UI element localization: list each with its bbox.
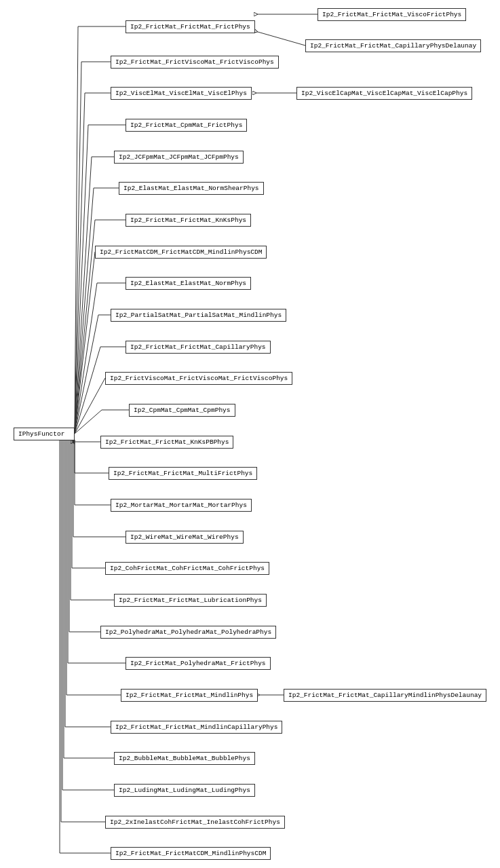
node-n13: Ip2_PartialSatMat_PartialSatMat_MindlinP… — [111, 309, 286, 322]
node-n10: Ip2_FrictMat_FrictMat_KnKsPhys — [126, 214, 251, 227]
node-n26: Ip2_FrictMat_FrictMat_CapillaryMindlinPh… — [284, 689, 486, 702]
connection-lines — [0, 0, 500, 868]
node-n4: Ip2_FrictMat_FrictViscoMat_FrictViscoPhy… — [111, 56, 279, 69]
node-IPhysFunctor: IPhysFunctor — [14, 428, 75, 440]
diagram: IPhysFunctor Ip2_FrictMat_FrictMat_Frict… — [0, 0, 500, 868]
node-n29: Ip2_LudingMat_LudingMat_LudingPhys — [114, 784, 255, 797]
node-n16: Ip2_CpmMat_CpmMat_CpmPhys — [129, 404, 235, 417]
node-n20: Ip2_WireMat_WireMat_WirePhys — [126, 531, 244, 544]
node-n11: Ip2_FrictMatCDM_FrictMatCDM_MindlinPhysC… — [95, 246, 267, 259]
node-n8: Ip2_JCFpmMat_JCFpmMat_JCFpmPhys — [114, 151, 244, 164]
node-n1: Ip2_FrictMat_FrictMat_FrictPhys — [126, 20, 255, 33]
node-n6: Ip2_ViscElCapMat_ViscElCapMat_ViscElCapP… — [296, 87, 472, 100]
node-n27: Ip2_FrictMat_FrictMat_MindlinCapillaryPh… — [111, 721, 282, 734]
node-n21: Ip2_CohFrictMat_CohFrictMat_CohFrictPhys — [105, 562, 269, 575]
node-n31: Ip2_FrictMat_FrictMatCDM_MindlinPhysCDM — [111, 847, 271, 860]
node-n18: Ip2_FrictMat_FrictMat_MultiFrictPhys — [109, 467, 257, 480]
node-n17: Ip2_FrictMat_FrictMat_KnKsPBPhys — [100, 436, 233, 449]
node-n23: Ip2_PolyhedraMat_PolyhedraMat_PolyhedraP… — [100, 626, 276, 639]
node-n25: Ip2_FrictMat_FrictMat_MindlinPhys — [121, 689, 258, 702]
node-n7: Ip2_FrictMat_CpmMat_FrictPhys — [126, 119, 247, 132]
node-n30: Ip2_2xInelastCohFrictMat_InelastCohFrict… — [105, 816, 285, 829]
node-n15: Ip2_FrictViscoMat_FrictViscoMat_FrictVis… — [105, 372, 292, 385]
node-n9: Ip2_ElastMat_ElastMat_NormShearPhys — [119, 182, 264, 195]
node-n3: Ip2_FrictMat_FrictMat_CapillaryPhysDelau… — [305, 39, 481, 52]
node-n5: Ip2_ViscElMat_ViscElMat_ViscElPhys — [111, 87, 252, 100]
node-n24: Ip2_FrictMat_PolyhedraMat_FrictPhys — [126, 657, 271, 670]
node-n2: Ip2_FrictMat_FrictMat_ViscoFrictPhys — [318, 8, 466, 21]
node-n28: Ip2_BubbleMat_BubbleMat_BubblePhys — [114, 752, 255, 765]
node-n14: Ip2_FrictMat_FrictMat_CapillaryPhys — [126, 341, 271, 354]
svg-line-52 — [258, 32, 305, 45]
node-n22: Ip2_FrictMat_FrictMat_LubricationPhys — [114, 594, 267, 607]
node-n12: Ip2_ElastMat_ElastMat_NormPhys — [126, 277, 251, 290]
node-n19: Ip2_MortarMat_MortarMat_MortarPhys — [111, 499, 252, 512]
